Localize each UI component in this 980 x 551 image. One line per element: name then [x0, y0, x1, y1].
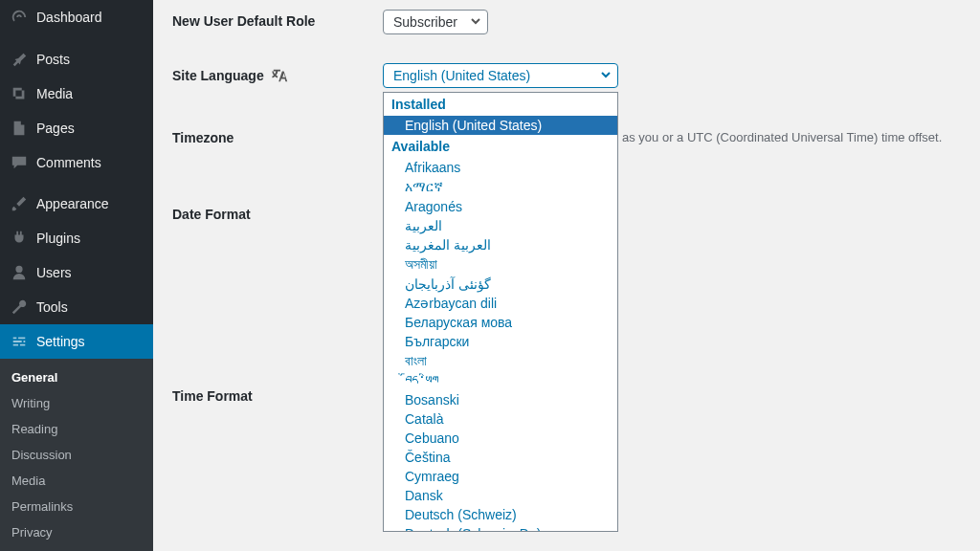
optgroup-available: Available [384, 135, 617, 158]
sidebar-item-label: Media [36, 86, 73, 101]
language-option[interactable]: Dansk [384, 486, 617, 505]
settings-general-panel: New User Default Role Subscriber Site La… [153, 0, 980, 551]
sidebar-item-users[interactable]: Users [0, 255, 153, 290]
sidebar-item-dashboard[interactable]: Dashboard [0, 0, 153, 34]
sidebar-item-settings[interactable]: Settings [0, 324, 153, 359]
language-option[interactable]: العربية [384, 216, 617, 235]
language-option[interactable]: Aragonés [384, 197, 617, 216]
language-option[interactable]: Afrikaans [384, 158, 617, 177]
submenu-item-permalinks[interactable]: Permalinks [0, 494, 153, 519]
sidebar-item-tools[interactable]: Tools [0, 290, 153, 324]
brush-icon [10, 194, 29, 213]
language-option[interactable]: Deutsch (Schweiz) [384, 505, 617, 524]
language-option[interactable]: گؤنئی آذربایجان [384, 275, 617, 294]
sidebar-item-posts[interactable]: Posts [0, 42, 153, 77]
submenu-item-privacy[interactable]: Privacy [0, 519, 153, 545]
language-option[interactable]: Беларуская мова [384, 313, 617, 332]
row-site-language: Site Language English (United States) In… [172, 63, 961, 88]
select-new-user-role[interactable]: Subscriber [383, 10, 488, 34]
optgroup-installed: Installed [384, 93, 617, 116]
language-option[interactable]: Čeština [384, 448, 617, 467]
language-option[interactable]: Cebuano [384, 429, 617, 448]
language-option[interactable]: العربية المغربية [384, 235, 617, 254]
submenu-item-writing[interactable]: Writing [0, 390, 153, 416]
language-option[interactable]: Български [384, 332, 617, 351]
language-option[interactable]: བོད་ཡིག [384, 371, 617, 390]
media-icon [10, 84, 29, 103]
sidebar-item-comments[interactable]: Comments [0, 145, 153, 180]
sidebar-item-label: Users [36, 265, 72, 280]
sidebar-item-appearance[interactable]: Appearance [0, 187, 153, 221]
sidebar-item-label: Plugins [36, 231, 80, 246]
wrench-icon [10, 298, 29, 317]
sidebar-item-plugins[interactable]: Plugins [0, 221, 153, 255]
language-option[interactable]: English (United States) [384, 116, 617, 135]
label-date-format: Date Format [172, 203, 383, 222]
timezone-helper-text: as you or a UTC (Coordinated Universal T… [622, 130, 961, 144]
page-icon [10, 119, 29, 138]
submenu-item-media[interactable]: Media [0, 468, 153, 494]
translate-icon [272, 67, 291, 86]
submenu-item-reading[interactable]: Reading [0, 416, 153, 442]
plug-icon [10, 229, 29, 248]
language-option[interactable]: বাংলা [384, 351, 617, 371]
language-option[interactable]: Bosanski [384, 390, 617, 409]
label-new-user-role: New User Default Role [172, 10, 383, 29]
settings-submenu: General Writing Reading Discussion Media… [0, 359, 153, 551]
language-option[interactable]: አማርኛ [384, 177, 617, 197]
label-timezone: Timezone [172, 126, 383, 145]
sidebar-item-label: Settings [36, 334, 85, 349]
pin-icon [10, 50, 29, 69]
site-language-dropdown[interactable]: Installed English (United States)Availab… [383, 92, 618, 532]
select-value: Subscriber [393, 14, 457, 30]
sidebar-item-media[interactable]: Media [0, 77, 153, 111]
sidebar-item-label: Posts [36, 52, 70, 67]
language-option[interactable]: অসমীয়া [384, 254, 617, 275]
sidebar-item-pages[interactable]: Pages [0, 111, 153, 145]
language-option[interactable]: Deutsch (Schweiz, Du) [384, 524, 617, 532]
comment-icon [10, 153, 29, 172]
row-new-user-role: New User Default Role Subscriber [172, 10, 961, 34]
label-time-format: Time Format [172, 385, 383, 404]
language-option[interactable]: Azərbaycan dili [384, 294, 617, 313]
select-site-language[interactable]: English (United States) [383, 63, 618, 88]
sidebar-item-label: Tools [36, 299, 68, 315]
label-site-language: Site Language [172, 63, 383, 86]
chevron-down-icon [600, 68, 612, 83]
sidebar-item-label: Pages [36, 121, 75, 136]
submenu-item-discussion[interactable]: Discussion [0, 442, 153, 468]
sidebar-item-label: Dashboard [36, 10, 102, 25]
user-icon [10, 263, 29, 282]
select-value: English (United States) [393, 68, 530, 83]
language-option[interactable]: Cymraeg [384, 467, 617, 486]
submenu-item-general[interactable]: General [0, 364, 153, 390]
sidebar-item-label: Comments [36, 155, 101, 170]
admin-sidebar: Dashboard Posts Media Pages Comments App… [0, 0, 153, 551]
language-option[interactable]: Català [384, 409, 617, 429]
gauge-icon [10, 8, 29, 27]
sliders-icon [10, 332, 29, 351]
sidebar-item-label: Appearance [36, 196, 109, 211]
chevron-down-icon [470, 14, 481, 30]
